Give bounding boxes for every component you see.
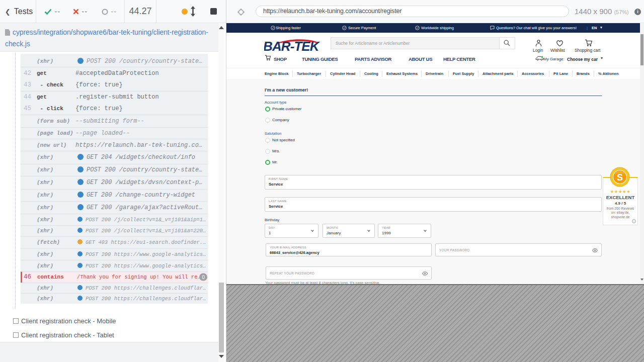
svg-text:S: S [617, 172, 623, 183]
svg-text:BAR-TEK: BAR-TEK [264, 39, 320, 52]
